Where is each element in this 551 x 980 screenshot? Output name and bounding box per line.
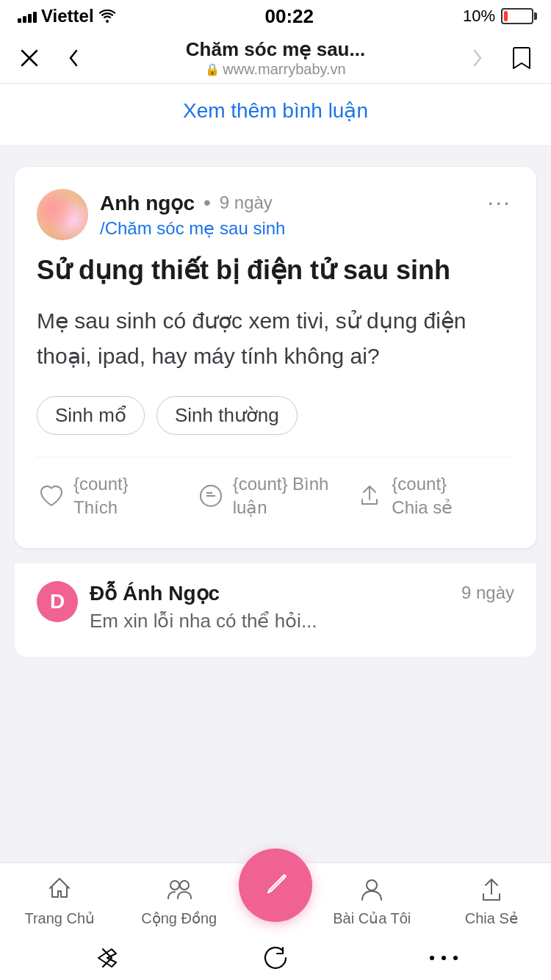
tab-label-trang-chu: Trang Chủ <box>24 909 95 927</box>
commenter-initial: D <box>50 590 65 613</box>
svg-point-6 <box>180 881 189 890</box>
comment-preview: D Đỗ Ánh Ngọc 9 ngày Em xin lỗi nha có t… <box>15 563 536 657</box>
heart-icon <box>37 481 66 511</box>
svg-point-10 <box>442 956 446 960</box>
tab-chia-se[interactable]: Chia Sẻ <box>432 873 552 927</box>
spacer1 <box>0 145 551 167</box>
forward-button[interactable] <box>463 43 492 73</box>
commenter-name: Đỗ Ánh Ngọc <box>90 581 220 605</box>
comment-button[interactable]: {count} Bìnhluận <box>196 465 356 525</box>
compose-button[interactable] <box>239 849 312 922</box>
nav-subtitle: 🔒 www.marrybaby.vn <box>205 61 345 78</box>
bookmark-button[interactable] <box>507 43 536 73</box>
spacer2 <box>0 548 551 563</box>
avatar-pattern <box>37 189 88 240</box>
lock-icon: 🔒 <box>205 62 220 76</box>
nav-bar: Chăm sóc mẹ sau... 🔒 www.marrybaby.vn <box>0 32 551 84</box>
post-title: Sử dụng thiết bị điện tử sau sinh <box>37 252 514 289</box>
bottom-tab-bar: Trang Chủ Cộng Đồng Bài Của Tôi <box>0 862 551 936</box>
post-header: Anh ngọc • 9 ngày /Chăm sóc mẹ sau sinh … <box>37 189 514 240</box>
tab-trang-chu[interactable]: Trang Chủ <box>0 873 120 927</box>
author-avatar <box>37 189 88 240</box>
bottom-padding <box>0 657 551 789</box>
comment-text: {count} Bìnhluận <box>233 472 329 518</box>
battery-icon <box>501 8 533 24</box>
post-card: Anh ngọc • 9 ngày /Chăm sóc mẹ sau sinh … <box>15 167 536 548</box>
comment-icon <box>196 481 226 511</box>
share-tab-icon <box>475 873 508 905</box>
status-bar: Viettel 00:22 10% <box>0 0 551 32</box>
share-icon <box>355 481 384 511</box>
share-button[interactable]: {count}Chia sẻ <box>355 465 514 525</box>
like-button[interactable]: {count}Thích <box>37 465 196 525</box>
post-author-info: Anh ngọc • 9 ngày /Chăm sóc mẹ sau sinh <box>37 189 285 240</box>
tag-sinh-thuong[interactable]: Sinh thường <box>156 396 298 435</box>
wifi-icon <box>98 10 116 23</box>
post-body: Mẹ sau sinh có được xem tivi, sử dụng đi… <box>37 303 514 374</box>
author-name: Anh ngọc <box>100 191 195 215</box>
nav-left <box>15 43 88 73</box>
post-time: 9 ngày <box>220 192 273 213</box>
carrier-name: Viettel <box>41 6 94 26</box>
comment-author-line: Đỗ Ánh Ngọc 9 ngày <box>90 581 514 605</box>
status-right: 10% <box>463 7 533 26</box>
tag-sinh-mo[interactable]: Sinh mổ <box>37 396 145 435</box>
comment-section-top: Xem thêm bình luận <box>0 84 551 145</box>
post-tags: Sinh mổ Sinh thường <box>37 396 514 435</box>
community-icon <box>163 873 195 905</box>
svg-point-8 <box>367 880 377 890</box>
more-options-button[interactable]: ··· <box>484 189 514 216</box>
tab-label-bai-cua-toi: Bài Của Tôi <box>333 909 411 927</box>
view-more-comments-link[interactable]: Xem thêm bình luận <box>22 98 529 123</box>
share-text: {count}Chia sẻ <box>392 472 453 518</box>
tab-cong-dong[interactable]: Cộng Đồng <box>120 873 240 927</box>
nav-right <box>463 43 536 73</box>
post-actions: {count}Thích {count} Bìnhluận <box>37 457 514 525</box>
home-icon <box>43 873 76 905</box>
battery-percentage: 10% <box>463 7 495 26</box>
svg-point-11 <box>453 956 458 960</box>
post-author-line: Anh ngọc • 9 ngày <box>100 191 285 215</box>
comment-time: 9 ngày <box>461 583 514 603</box>
svg-point-9 <box>430 956 434 960</box>
battery-fill <box>504 11 508 21</box>
nav-title-area: Chăm sóc mẹ sau... 🔒 www.marrybaby.vn <box>186 38 365 78</box>
post-category[interactable]: /Chăm sóc mẹ sau sinh <box>100 218 285 239</box>
back-button[interactable] <box>59 43 88 73</box>
time-display: 00:22 <box>265 5 314 28</box>
nav-title: Chăm sóc mẹ sau... <box>186 38 365 61</box>
my-posts-icon <box>356 873 388 905</box>
comment-content: Đỗ Ánh Ngọc 9 ngày Em xin lỗi nha có thể… <box>90 581 514 639</box>
signal-bars <box>18 10 37 23</box>
reload-button[interactable] <box>261 943 290 973</box>
close-button[interactable] <box>15 43 44 73</box>
bullet: • <box>204 191 211 215</box>
compose-icon <box>261 871 290 900</box>
tab-label-cong-dong: Cộng Đồng <box>141 909 217 927</box>
like-text: {count}Thích <box>73 472 129 518</box>
tab-bai-cua-toi[interactable]: Bài Của Tôi <box>312 873 432 927</box>
commenter-avatar: D <box>37 581 78 622</box>
status-left: Viettel <box>18 6 116 26</box>
more-options-bar-button[interactable] <box>428 954 460 962</box>
main-content: Xem thêm bình luận Anh ngọc • 9 ngày /Ch… <box>0 84 551 789</box>
comment-text-preview: Em xin lỗi nha có thể hỏi... <box>90 610 514 639</box>
svg-point-5 <box>170 881 179 890</box>
browser-forward-button[interactable] <box>91 942 123 974</box>
post-meta: Anh ngọc • 9 ngày /Chăm sóc mẹ sau sinh <box>100 191 285 239</box>
tab-label-chia-se: Chia Sẻ <box>465 909 518 927</box>
bottom-home-bar <box>0 936 551 980</box>
